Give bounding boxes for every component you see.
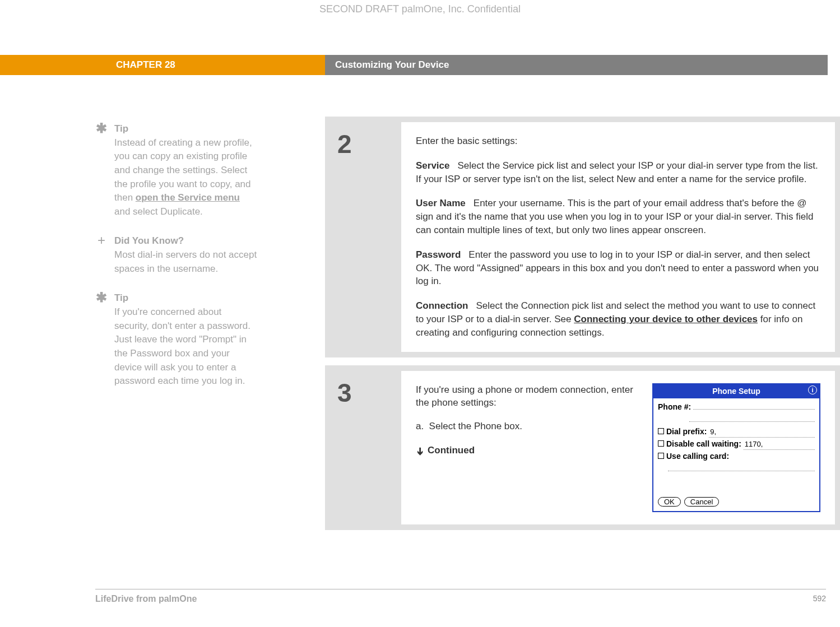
password-para: PasswordEnter the password you use to lo… [416, 248, 820, 288]
dialog-spacer [658, 472, 815, 495]
tip-heading: Tip [114, 122, 258, 136]
dyk-heading: Did You Know? [114, 234, 258, 248]
calling-card-label: Use calling card: [666, 451, 729, 462]
tip-body: Instead of creating a new profile, you c… [114, 136, 258, 219]
chapter-bar: CHAPTER 28 Customizing Your Device [0, 55, 840, 75]
sidebar-did-you-know: + Did You Know? Most dial-in servers do … [95, 234, 258, 276]
asterisk-icon: ✱ [95, 292, 108, 305]
open-service-menu-link[interactable]: open the Service menu [136, 192, 240, 203]
sidebar-tip-1: ✱ Tip Instead of creating a new profile,… [95, 122, 258, 219]
phone-number-label: Phone #: [658, 402, 691, 413]
tip2-body: If you're concerned about security, don'… [114, 305, 258, 388]
info-icon[interactable]: i [808, 386, 817, 394]
sidebar: ✱ Tip Instead of creating a new profile,… [95, 122, 258, 404]
calling-card-checkbox[interactable] [658, 453, 664, 459]
step-2-content: Enter the basic settings: ServiceSelect … [401, 122, 835, 352]
sidebar-tip-2: ✱ Tip If you're concerned about security… [95, 291, 258, 388]
dial-prefix-label: Dial prefix: [666, 426, 707, 438]
service-para: ServiceSelect the Service pick list and … [416, 159, 820, 186]
step-3-number: 3 [337, 378, 401, 408]
disable-call-waiting-row: Disable call waiting: 1170, [658, 439, 815, 450]
confidential-header: SECOND DRAFT palmOne, Inc. Confidential [0, 3, 840, 15]
phone-setup-body: Phone #: Dial prefix: 9, [653, 398, 819, 511]
username-text: Enter your username. This is the part of… [416, 198, 813, 235]
service-label: Service [416, 160, 450, 171]
step-2-number: 2 [337, 129, 401, 159]
dyk-body: Most dial-in servers do not accept space… [114, 248, 258, 276]
page-number: 592 [813, 594, 826, 604]
chapter-title: Customizing Your Device [325, 55, 828, 75]
connecting-devices-link[interactable]: Connecting your device to other devices [574, 314, 758, 324]
tip2-heading: Tip [114, 291, 258, 305]
step-2-block: 2 Enter the basic settings: ServiceSelec… [325, 117, 840, 357]
connection-para: ConnectionSelect the Connection pick lis… [416, 299, 820, 339]
service-text: Select the Service pick list and select … [416, 160, 818, 184]
step-3-num-col: 3 [325, 365, 401, 530]
password-label: Password [416, 249, 461, 260]
step-3-text: If you're using a phone or modem connect… [416, 383, 640, 512]
phone-setup-title: Phone Setup i [653, 384, 819, 399]
username-label: User Name [416, 198, 466, 208]
step-3-content: If you're using a phone or modem connect… [401, 371, 835, 524]
continued-text: Continued [428, 445, 475, 456]
username-para: User NameEnter your username. This is th… [416, 197, 820, 236]
dial-prefix-input[interactable]: 9, [709, 427, 815, 438]
dialog-buttons: OK Cancel [658, 497, 815, 507]
chapter-bar-accent [0, 55, 116, 75]
phone-number-row-2 [658, 414, 815, 422]
step-3-intro: If you're using a phone or modem connect… [416, 383, 640, 410]
page-footer: LifeDrive from palmOne 592 [95, 594, 826, 604]
phone-number-input[interactable] [693, 402, 815, 410]
disable-call-waiting-checkbox[interactable] [658, 440, 664, 447]
password-text: Enter the password you use to log in to … [416, 249, 819, 287]
chapter-bar-pad [828, 55, 840, 75]
footer-rule [95, 589, 826, 589]
disable-call-waiting-input[interactable]: 1170, [744, 439, 815, 450]
connection-label: Connection [416, 300, 468, 311]
dial-prefix-checkbox[interactable] [658, 428, 664, 434]
dial-prefix-row: Dial prefix: 9, [658, 426, 815, 438]
phone-setup-dialog: Phone Setup i Phone #: [652, 383, 820, 512]
step-3-block: 3 If you're using a phone or modem conne… [325, 365, 840, 530]
step-2-intro: Enter the basic settings: [416, 134, 820, 148]
cancel-button[interactable]: Cancel [684, 497, 719, 507]
phone-setup-title-text: Phone Setup [712, 387, 760, 396]
calling-card-value-row [658, 463, 815, 471]
step-3-sub-a: a. Select the Phone box. [416, 420, 640, 433]
continued-label: ➔Continued [416, 443, 640, 457]
calling-card-row: Use calling card: [658, 451, 815, 462]
ok-button[interactable]: OK [658, 497, 681, 507]
asterisk-icon: ✱ [95, 123, 108, 136]
footer-product: LifeDrive from palmOne [95, 594, 197, 604]
tip1-after: and select Duplicate. [114, 206, 203, 217]
main-content: 2 Enter the basic settings: ServiceSelec… [325, 117, 840, 538]
phone-number-input-line2[interactable] [689, 414, 815, 422]
disable-call-waiting-label: Disable call waiting: [666, 439, 741, 450]
step-2-num-col: 2 [325, 117, 401, 357]
calling-card-input[interactable] [668, 463, 815, 471]
phone-number-row: Phone #: [658, 402, 815, 413]
plus-icon: + [95, 235, 108, 248]
continued-arrow-icon: ➔ [413, 447, 427, 456]
chapter-number: CHAPTER 28 [116, 55, 325, 75]
